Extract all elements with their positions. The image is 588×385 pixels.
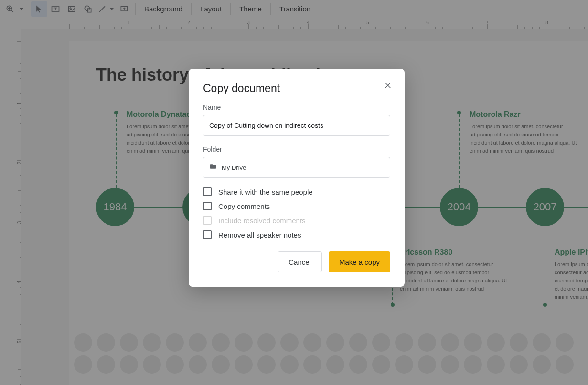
share-checkbox[interactable]: Share it with the same people xyxy=(203,187,390,196)
checkbox-label: Remove all speaker notes xyxy=(218,231,301,239)
folder-selector[interactable]: My Drive xyxy=(203,157,390,178)
checkbox-box xyxy=(203,187,212,196)
name-label: Name xyxy=(203,104,390,111)
folder-label: Folder xyxy=(203,146,390,153)
dialog-buttons: Cancel Make a copy xyxy=(203,251,390,272)
copy-comments-checkbox[interactable]: Copy comments xyxy=(203,202,390,210)
remove-notes-checkbox[interactable]: Remove all speaker notes xyxy=(203,230,390,239)
name-input[interactable] xyxy=(203,115,390,136)
include-resolved-checkbox: Include resolved comments xyxy=(203,216,390,225)
cancel-button[interactable]: Cancel xyxy=(278,251,322,272)
make-copy-button[interactable]: Make a copy xyxy=(329,251,390,272)
checkbox-label: Copy comments xyxy=(218,202,270,210)
checkbox-box xyxy=(203,202,212,210)
checkbox-box xyxy=(203,230,212,239)
checkbox-label: Share it with the same people xyxy=(218,188,313,196)
checkbox-label: Include resolved comments xyxy=(218,217,306,225)
folder-name: My Drive xyxy=(222,164,246,171)
checkbox-box xyxy=(203,216,212,225)
folder-icon xyxy=(209,163,217,172)
copy-document-dialog: Copy document Name Folder My Drive Share… xyxy=(189,69,405,287)
close-icon[interactable] xyxy=(381,78,395,94)
dialog-title: Copy document xyxy=(203,82,390,95)
